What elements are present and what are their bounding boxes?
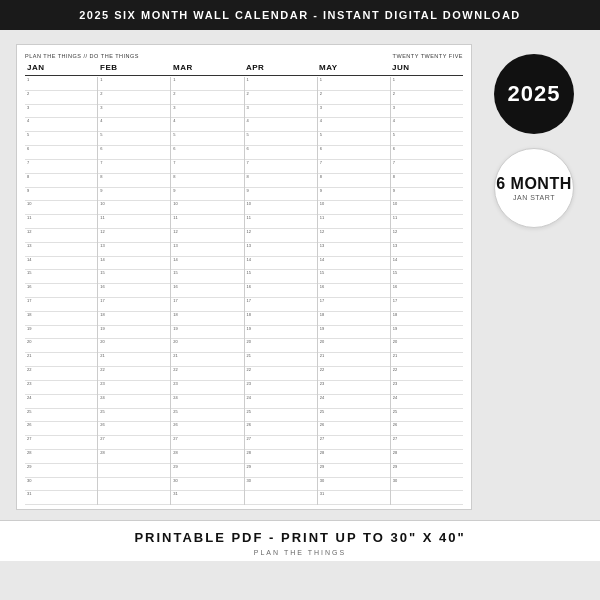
header-title: 2025 SIX MONTH WALL CALENDAR - INSTANT D… — [79, 9, 521, 21]
day-row: 3 — [25, 105, 97, 119]
day-number: 3 — [393, 106, 395, 110]
day-row: 6 — [391, 146, 463, 160]
brand-footer: PLAN THE THINGS — [0, 549, 600, 556]
day-row: 2 — [245, 91, 317, 105]
day-row: 6 — [318, 146, 390, 160]
day-row: 12 — [245, 229, 317, 243]
day-number: 27 — [247, 437, 251, 441]
day-number: 28 — [100, 451, 104, 455]
day-row: 29 — [171, 464, 243, 478]
month-label: JAN — [25, 62, 98, 73]
day-row: 13 — [391, 243, 463, 257]
day-row: 4 — [318, 118, 390, 132]
day-number: 23 — [320, 382, 324, 386]
day-number: 18 — [173, 313, 177, 317]
day-row: 19 — [245, 326, 317, 340]
day-row: 16 — [25, 284, 97, 298]
day-row: 15 — [171, 270, 243, 284]
day-number: 22 — [100, 368, 104, 372]
day-number: 28 — [320, 451, 324, 455]
day-row: 9 — [391, 188, 463, 202]
day-number: 18 — [393, 313, 397, 317]
day-row: 9 — [318, 188, 390, 202]
day-number: 23 — [27, 382, 31, 386]
day-row: 1 — [318, 77, 390, 91]
day-number: 25 — [247, 410, 251, 414]
month-header-col: FEB — [98, 62, 171, 73]
day-number: 3 — [173, 106, 175, 110]
day-number: 21 — [173, 354, 177, 358]
print-info: PRINTABLE PDF - PRINT UP TO 30" x 40" — [0, 530, 600, 545]
day-row: 25 — [391, 409, 463, 423]
day-number: 27 — [320, 437, 324, 441]
day-row: 21 — [98, 353, 170, 367]
day-row: 6 — [171, 146, 243, 160]
day-number: 15 — [173, 271, 177, 275]
day-number: 1 — [173, 78, 175, 82]
day-row: 22 — [171, 367, 243, 381]
day-number: 22 — [393, 368, 397, 372]
day-number: 1 — [320, 78, 322, 82]
day-number: 3 — [100, 106, 102, 110]
day-row: 10 — [98, 201, 170, 215]
day-row: 31 — [25, 491, 97, 505]
day-number: 15 — [320, 271, 324, 275]
day-number: 2 — [393, 92, 395, 96]
day-row: 19 — [171, 326, 243, 340]
day-row — [98, 478, 170, 492]
day-row: 15 — [391, 270, 463, 284]
day-row: 14 — [98, 257, 170, 271]
day-number: 26 — [393, 423, 397, 427]
day-row: 14 — [245, 257, 317, 271]
day-column: 1234567891011121314151617181920212223242… — [25, 77, 98, 505]
tagline-right: TWENTY TWENTY FIVE — [393, 53, 463, 59]
day-number: 2 — [27, 92, 29, 96]
day-number: 25 — [320, 410, 324, 414]
day-row: 27 — [171, 436, 243, 450]
day-row: 14 — [318, 257, 390, 271]
day-row: 7 — [25, 160, 97, 174]
day-row: 12 — [98, 229, 170, 243]
day-number: 17 — [320, 299, 324, 303]
day-number: 6 — [320, 147, 322, 151]
day-row: 20 — [318, 339, 390, 353]
day-number: 22 — [27, 368, 31, 372]
day-row: 25 — [245, 409, 317, 423]
day-number: 30 — [27, 479, 31, 483]
day-number: 14 — [100, 258, 104, 262]
day-row — [98, 464, 170, 478]
day-number: 28 — [27, 451, 31, 455]
day-number: 12 — [27, 230, 31, 234]
day-row: 14 — [391, 257, 463, 271]
day-row: 30 — [245, 478, 317, 492]
day-row: 5 — [391, 132, 463, 146]
day-row: 26 — [245, 422, 317, 436]
day-row: 1 — [25, 77, 97, 91]
day-row: 5 — [245, 132, 317, 146]
day-row: 19 — [318, 326, 390, 340]
day-row: 24 — [318, 395, 390, 409]
day-row: 23 — [245, 381, 317, 395]
day-number: 6 — [100, 147, 102, 151]
day-row: 26 — [318, 422, 390, 436]
day-number: 20 — [320, 340, 324, 344]
day-number: 3 — [320, 106, 322, 110]
day-number: 12 — [320, 230, 324, 234]
day-number: 18 — [247, 313, 251, 317]
day-row: 24 — [25, 395, 97, 409]
day-row: 8 — [245, 174, 317, 188]
day-number: 19 — [100, 327, 104, 331]
day-row: 4 — [391, 118, 463, 132]
day-number: 1 — [27, 78, 29, 82]
day-number: 26 — [27, 423, 31, 427]
day-row: 15 — [25, 270, 97, 284]
day-row: 24 — [171, 395, 243, 409]
day-number: 8 — [100, 175, 102, 179]
day-number: 11 — [247, 216, 251, 220]
day-row: 12 — [25, 229, 97, 243]
day-number: 4 — [320, 119, 322, 123]
month-header-col: JUN — [390, 62, 463, 73]
month-label: MAR — [171, 62, 244, 73]
day-number: 28 — [393, 451, 397, 455]
day-row: 13 — [245, 243, 317, 257]
